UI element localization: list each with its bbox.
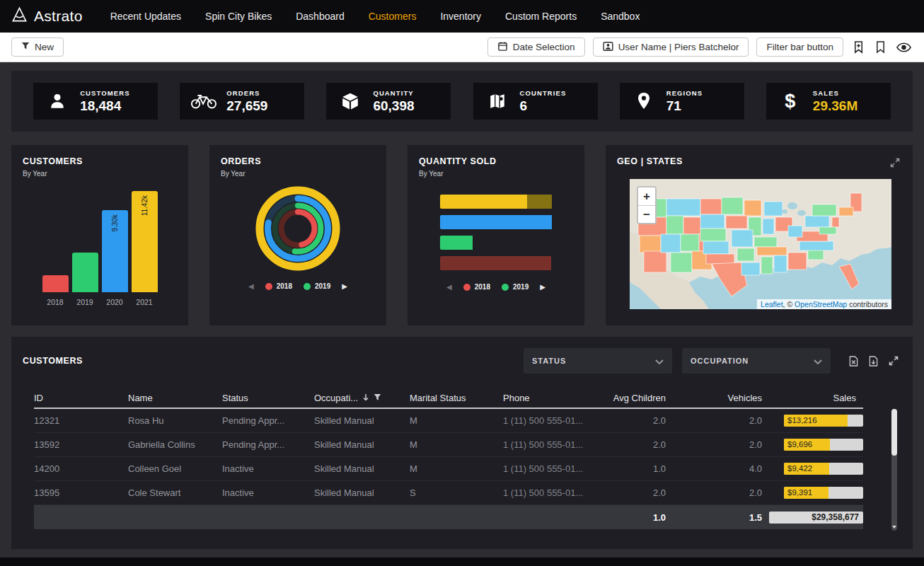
map-canvas [630,179,891,309]
totals-avg-children: 1.0 [602,512,673,523]
nav-items: Recent Updates Spin City Bikes Dashboard… [98,11,652,22]
scrollbar-down-caret[interactable] [892,526,896,529]
legend-prev-icon[interactable]: ◀ [446,283,452,291]
expand-icon[interactable] [889,156,901,169]
column-header-marital-status[interactable]: Marital Status [410,393,503,403]
legend-item-2019[interactable]: 2019 [304,282,330,290]
totals-vehicles: 1.5 [673,512,769,523]
column-header-phone[interactable]: Phone [503,393,602,403]
dashboard-content: CUSTOMERS18,484 ORDERS27,659 QUANTITY60,… [0,62,924,558]
hbar-2[interactable] [440,215,565,229]
nav-item-dashboard[interactable]: Dashboard [284,11,357,22]
sales-bar: $9,422 [784,463,863,475]
hbar-3[interactable] [440,236,565,250]
table-header-bar: CUSTOMERS STATUS OCCUPATION [23,348,901,374]
hbar-1[interactable] [440,195,565,209]
export-doc-icon[interactable] [867,354,879,368]
table-header-row: ID Name Status Occupati... Marital Statu… [34,388,863,409]
legend-prev-icon[interactable]: ◀ [248,282,254,290]
table-row[interactable]: 14200 Colleen Goel Inactive Skilled Manu… [34,457,863,481]
column-header-sales[interactable]: Sales [769,393,863,403]
sales-bar: $13,216 [784,415,863,427]
legend-item-2019[interactable]: 2019 [502,283,529,291]
column-header-name[interactable]: Name [128,393,222,403]
hbar-4[interactable] [440,256,565,270]
bar-2019[interactable] [72,253,98,292]
openstreetmap-link[interactable]: OpenStreetMap [795,300,847,308]
nav-item-spin-city-bikes[interactable]: Spin City Bikes [193,11,284,22]
kpi-card-orders: ORDERS27,659 [180,83,304,120]
funnel-icon [21,42,30,52]
map-zoom-control: + − [637,186,657,224]
legend-item-2018[interactable]: 2018 [463,283,490,291]
table-body: 12321 Rosa Hu Pending Appr... Skilled Ma… [34,409,863,529]
x-tick-label: 2020 [102,292,128,309]
quantity-legend: ◀ 2018 2019 ▶ [419,283,573,291]
brand-name: Astrato [34,8,83,25]
astrato-logo-icon [11,6,28,26]
zoom-in-button[interactable]: + [638,187,655,205]
bookmark-add-icon[interactable] [851,39,866,55]
totals-row: 1.0 1.5 $29,358,677 [34,505,863,529]
legend-dot-2018 [265,283,272,290]
occupation-dropdown[interactable]: OCCUPATION [682,348,831,374]
top-nav: Astrato Recent Updates Spin City Bikes D… [0,0,924,33]
app-root: Astrato Recent Updates Spin City Bikes D… [0,0,924,566]
table-row[interactable]: 13595 Cole Stewart Inactive Skilled Manu… [34,481,863,505]
bar-2018[interactable] [42,275,69,292]
legend-next-icon[interactable]: ▶ [342,282,347,290]
bar-2021[interactable]: 11.42k [132,191,158,292]
new-filter-button[interactable]: New [11,37,64,57]
table-row[interactable]: 13592 Gabriella Collins Pending Appr... … [34,433,863,457]
bookmark-icon[interactable] [874,39,887,55]
table-actions [848,354,900,368]
table-row[interactable]: 12321 Rosa Hu Pending Appr... Skilled Ma… [34,409,863,433]
legend-next-icon[interactable]: ▶ [540,283,545,291]
expand-icon[interactable] [887,354,900,367]
export-excel-icon[interactable] [848,354,860,368]
orders-donut-chart[interactable] [221,182,375,275]
bar-2020[interactable]: 9.30k [102,210,128,292]
leaflet-link[interactable]: Leaflet [761,300,783,308]
customers-table-panel: CUSTOMERS STATUS OCCUPATION ID [11,337,913,549]
zoom-out-button[interactable]: − [638,205,655,223]
nav-item-recent-updates[interactable]: Recent Updates [98,11,193,22]
nav-item-sandbox[interactable]: Sandbox [589,11,652,22]
scrollbar-thumb[interactable] [891,409,897,456]
column-header-id[interactable]: ID [34,393,128,403]
legend-dot-2018 [463,284,470,291]
filter-bar-button[interactable]: Filter bar button [756,37,843,57]
sales-bar: $9,696 [784,439,863,451]
totals-sales-bar: $29,358,677 [769,512,863,524]
user-button[interactable]: User Name | Piers Batchelor [593,37,749,57]
us-map[interactable]: + − Leaflet, © OpenStreetMap contributor… [630,179,891,309]
quantity-bar-chart [419,195,573,270]
kpi-panel: CUSTOMERS18,484 ORDERS27,659 QUANTITY60,… [11,71,913,132]
map-attribution: Leaflet, © OpenStreetMap contributors [757,299,891,309]
nav-item-customers[interactable]: Customers [357,11,429,22]
bar-column-2019: 2019 [72,186,98,309]
column-header-occupation[interactable]: Occupati... [314,393,410,403]
kpi-card-quantity: QUANTITY60,398 [326,83,451,120]
dollar-icon: $ [777,91,804,112]
date-selection-button[interactable]: Date Selection [487,37,585,57]
column-header-avg-children[interactable]: Avg Children [602,393,673,403]
x-tick-label: 2019 [72,292,98,309]
kpi-card-sales: $ SALES29.36M [766,83,891,120]
column-filter-icon[interactable] [374,393,381,403]
legend-dot-2019 [502,284,509,291]
eye-icon[interactable] [895,41,913,54]
calendar-icon [497,41,508,54]
map-icon [484,92,511,110]
brand[interactable]: Astrato [11,6,83,26]
sort-desc-icon[interactable] [362,393,369,403]
nav-item-custom-reports[interactable]: Custom Reports [493,11,589,22]
nav-item-inventory[interactable]: Inventory [428,11,493,22]
person-icon [44,92,71,110]
legend-dot-2019 [304,283,311,290]
column-header-vehicles[interactable]: Vehicles [673,393,769,403]
legend-item-2018[interactable]: 2018 [265,282,292,290]
table-scrollbar[interactable] [891,409,897,531]
status-dropdown[interactable]: STATUS [524,348,672,374]
column-header-status[interactable]: Status [222,393,314,403]
